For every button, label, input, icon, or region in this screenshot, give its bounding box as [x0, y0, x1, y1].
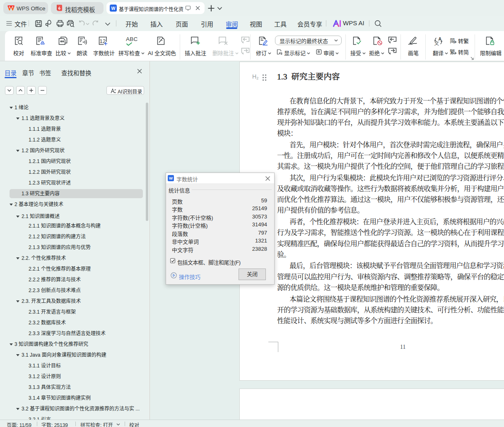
svg-text:12: 12 [99, 38, 106, 44]
svg-text:A: A [439, 36, 442, 41]
svg-text:W: W [111, 6, 116, 11]
svg-text:W: W [169, 176, 173, 180]
